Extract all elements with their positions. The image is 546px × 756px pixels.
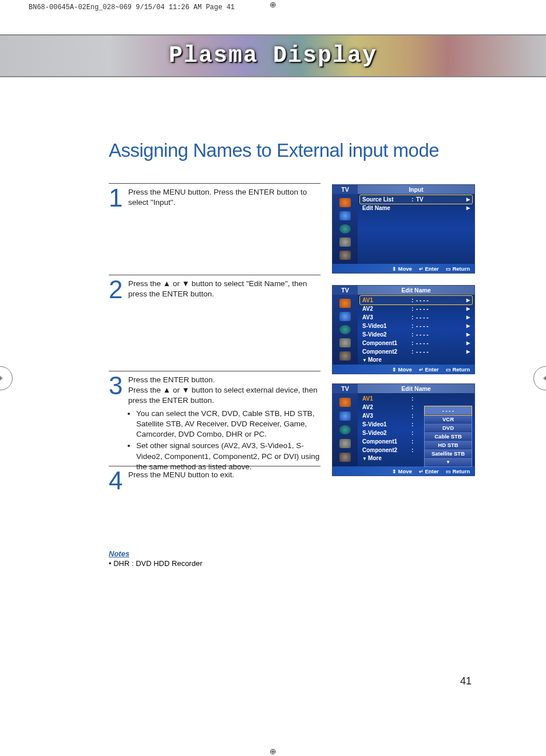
osd-row[interactable]: AV2:- - - -▶ (360, 304, 472, 313)
step3-intro: Press the ENTER button. Press the ▲ or ▼… (128, 375, 318, 405)
picture-icon (339, 312, 351, 321)
row-label: AV2 (362, 305, 412, 313)
sound-icon (339, 224, 351, 233)
osd-list: Source List : TV ▶ Edit Name ▶ (358, 194, 474, 264)
updown-icon: ⇕ (392, 469, 397, 474)
row-label: Source List (362, 196, 412, 204)
banner: Plasma Display (0, 34, 546, 77)
row-label: More (362, 356, 412, 365)
row-label: Edit Name (362, 204, 412, 212)
steps-column: 1 Press the MENU button. Press the ENTER… (109, 183, 321, 500)
osd-header: TV Input (333, 185, 474, 194)
osd-edit-name-dropdown: TV Edit Name AV1:AV2:AV3:S-Video1:S-Vide… (332, 383, 475, 476)
step-2: 2 Press the ▲ or ▼ button to select "Edi… (109, 275, 321, 371)
dropdown-option[interactable]: ▼ (425, 458, 472, 466)
print-mark: BN68-00645A-02Eng_028~069 9/15/04 11:26 … (29, 3, 235, 11)
notes-item: • DHR : DVD HDD Recorder (109, 559, 202, 568)
step-1: 1 Press the MENU button. Press the ENTER… (109, 183, 321, 275)
dropdown-option[interactable]: - - - - (425, 406, 472, 415)
row-value: - - - - (416, 305, 464, 313)
row-value: - - - - (416, 331, 464, 339)
osd-row-more[interactable]: More (360, 356, 472, 365)
return-icon: ▭ (446, 469, 451, 474)
osd-title: Edit Name (358, 384, 474, 393)
banner-title: Plasma Display (169, 43, 377, 69)
notes-title: Notes (109, 549, 202, 558)
input-icon (339, 398, 351, 407)
target-left: ✦ (0, 366, 13, 390)
osd-input-menu: TV Input Source List : TV ▶ Edit Name ▶ (332, 184, 475, 274)
arrow-right-icon: ▶ (464, 339, 470, 347)
osd-header: TV Edit Name (333, 384, 474, 393)
dropdown-option[interactable]: DVD (425, 423, 472, 432)
osd-title: Edit Name (358, 286, 474, 295)
input-icon (339, 299, 351, 308)
enter-icon: ↵ (419, 469, 424, 474)
row-label: AV2 (362, 403, 412, 411)
dropdown-option[interactable]: Satellite STB (425, 449, 472, 458)
osd-title: Input (358, 185, 474, 194)
row-value: - - - - (416, 339, 464, 347)
device-name-dropdown[interactable]: - - - -VCRDVDCable STBHD STBSatellite ST… (424, 406, 472, 467)
sound-icon (339, 425, 351, 434)
osd-footer: ⇕ Move ↵ Enter ▭ Return (333, 466, 474, 476)
osd-row[interactable]: Component1:- - - -▶ (360, 339, 472, 347)
osd-sidebar-icons (333, 393, 358, 466)
osd-row[interactable]: S-Video2:- - - -▶ (360, 330, 472, 339)
enter-icon: ↵ (419, 367, 424, 373)
row-label: S-Video1 (362, 421, 412, 429)
row-label: S-Video2 (362, 429, 412, 437)
row-label: More (362, 454, 412, 463)
channel-icon (339, 338, 351, 347)
setup-icon (339, 351, 351, 361)
row-label: Component1 (362, 339, 412, 347)
step-num: 4 (109, 470, 124, 483)
picture-icon (339, 411, 351, 421)
dropdown-option[interactable]: Cable STB (425, 432, 472, 441)
target-right: ✦ (533, 366, 546, 390)
dropdown-option[interactable]: HD STB (425, 441, 472, 449)
row-value: TV (416, 196, 464, 204)
row-value: - - - - (416, 296, 464, 304)
arrow-right-icon: ▶ (464, 348, 470, 356)
osd-row[interactable]: Component2:- - - -▶ (360, 347, 472, 356)
setup-icon (339, 251, 351, 260)
osd-row-edit-name[interactable]: Edit Name ▶ (360, 204, 472, 212)
osd-footer: ⇕ Move ↵ Enter ▭ Return (333, 365, 474, 374)
osd-footer: ⇕ Move ↵ Enter ▭ Return (333, 264, 474, 273)
notes-block: Notes • DHR : DVD HDD Recorder (109, 549, 202, 568)
step-3: 3 Press the ENTER button. Press the ▲ or… (109, 371, 321, 466)
updown-icon: ⇕ (392, 266, 397, 272)
osd-tv-label: TV (333, 286, 358, 295)
row-value: - - - - (416, 348, 464, 356)
channel-icon (339, 238, 351, 247)
arrow-right-icon: ▶ (464, 322, 470, 330)
page-number: 41 (460, 675, 472, 687)
return-icon: ▭ (446, 266, 451, 272)
row-value: - - - - (416, 322, 464, 330)
footer-move: Move (398, 468, 412, 474)
osd-header: TV Edit Name (333, 286, 474, 295)
osd-sidebar-icons (333, 194, 358, 264)
arrow-right-icon: ▶ (464, 314, 470, 322)
notes-item-text: DHR : DVD HDD Recorder (113, 559, 202, 568)
arrow-right-icon: ▶ (464, 296, 470, 304)
arrow-right-icon: ▶ (464, 305, 470, 313)
footer-return: Return (452, 366, 470, 373)
osd-row[interactable]: AV3:- - - -▶ (360, 313, 472, 322)
arrow-right-icon: ▶ (464, 196, 470, 204)
picture-icon (339, 211, 351, 220)
osd-row-source-list[interactable]: Source List : TV ▶ (360, 195, 472, 204)
dropdown-option[interactable]: VCR (425, 415, 472, 423)
row-value: - - - - (416, 314, 464, 322)
page-title: Assigning Names to External input mode (109, 140, 439, 161)
osd-row[interactable]: AV1:- - - -▶ (360, 296, 472, 304)
channel-icon (339, 439, 351, 448)
footer-return: Return (452, 266, 470, 272)
osd-edit-name-list: TV Edit Name AV1:- - - -▶AV2:- - - -▶AV3… (332, 285, 475, 374)
osd-row[interactable]: S-Video1:- - - -▶ (360, 322, 472, 330)
osd-row[interactable]: AV1: (360, 394, 472, 403)
setup-icon (339, 453, 351, 462)
osd-sidebar-icons (333, 295, 358, 365)
input-icon (339, 198, 351, 207)
